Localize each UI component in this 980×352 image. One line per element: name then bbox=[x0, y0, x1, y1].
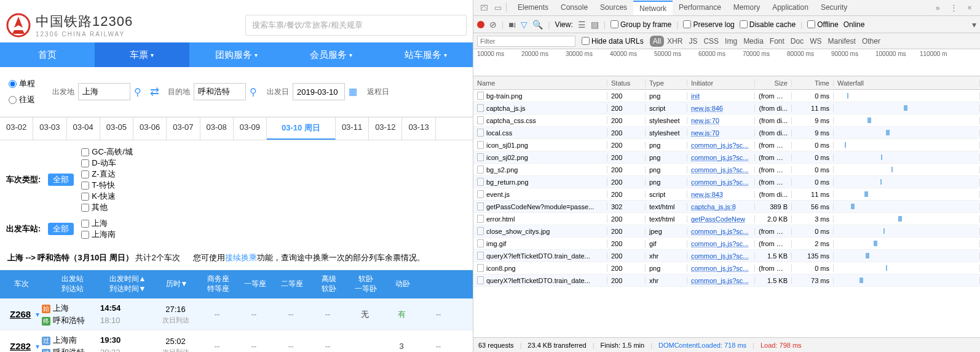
location-pin-icon[interactable]: ⚲ bbox=[250, 86, 257, 98]
device-icon[interactable]: ▭ bbox=[493, 3, 507, 12]
train-type-checkbox[interactable]: 其他 bbox=[81, 202, 132, 213]
net-column-header[interactable]: Time bbox=[792, 79, 834, 87]
network-request-row[interactable]: icon8.png 200 png common_js.js?sc... (fr… bbox=[473, 262, 980, 274]
station-checkbox[interactable]: 上海南 bbox=[81, 229, 116, 240]
train-type-checkbox[interactable]: Z-直达 bbox=[81, 169, 132, 180]
network-request-row[interactable]: bg_return.png 200 png common_js.js?sc...… bbox=[473, 176, 980, 188]
net-column-header[interactable]: Name bbox=[473, 79, 607, 87]
date-tab[interactable]: 03-10 周日 bbox=[267, 118, 336, 140]
more-tabs-icon[interactable]: » bbox=[931, 3, 944, 12]
hide-data-urls-checkbox[interactable]: Hide data URLs bbox=[582, 37, 644, 46]
location-pin-icon[interactable]: ⚲ bbox=[134, 86, 141, 98]
train-code[interactable]: Z268 bbox=[0, 309, 36, 319]
online-select[interactable]: Online bbox=[844, 20, 865, 29]
filter-funnel-icon[interactable]: ▽ bbox=[521, 20, 528, 30]
date-tab[interactable]: 03-08 bbox=[200, 118, 234, 140]
column-header[interactable]: 商务座特等座 bbox=[200, 274, 237, 294]
date-tab[interactable]: 03-13 bbox=[402, 118, 435, 140]
preserve-log-checkbox[interactable]: Preserve log bbox=[683, 20, 734, 29]
offline-checkbox[interactable]: Offline bbox=[807, 20, 838, 29]
date-tab[interactable]: 03-12 bbox=[369, 118, 402, 140]
swap-icon[interactable]: ⇄ bbox=[150, 85, 159, 98]
site-search-input[interactable]: 搜索车票/餐饮/常旅客/相关规章 bbox=[245, 15, 467, 36]
net-column-header[interactable]: Type bbox=[646, 79, 687, 87]
network-request-row[interactable]: event.js 200 script new.js:843 (from di.… bbox=[473, 188, 980, 201]
column-header[interactable]: 历时▼ bbox=[154, 279, 200, 289]
calendar-icon[interactable]: ▦ bbox=[349, 86, 357, 97]
resource-type-filter[interactable]: CSS bbox=[700, 36, 722, 47]
date-tab[interactable]: 03-04 bbox=[67, 118, 100, 140]
date-tab[interactable]: 03-03 bbox=[33, 118, 66, 140]
nav-station[interactable]: 站车服务▾ bbox=[378, 42, 473, 67]
net-column-header[interactable]: Size bbox=[755, 79, 792, 87]
resource-type-filter[interactable]: WS bbox=[807, 36, 824, 47]
resource-type-filter[interactable]: Font bbox=[767, 36, 788, 47]
resource-type-filter[interactable]: Img bbox=[722, 36, 740, 47]
filter-all-chip[interactable]: 全部 bbox=[48, 223, 74, 235]
from-input[interactable] bbox=[78, 83, 130, 100]
net-column-header[interactable]: Waterfall bbox=[834, 79, 980, 87]
devtools-tab-performance[interactable]: Performance bbox=[673, 1, 727, 15]
network-request-row[interactable]: error.html 200 text/html getPassCodeNew … bbox=[473, 213, 980, 225]
group-by-frame-checkbox[interactable]: Group by frame bbox=[611, 20, 671, 29]
network-request-row[interactable]: img.gif 200 gif common_js.js?sc... (from… bbox=[473, 238, 980, 250]
column-header[interactable]: 高级软卧 bbox=[310, 274, 347, 294]
train-type-checkbox[interactable]: D-动车 bbox=[81, 158, 132, 169]
column-header[interactable]: 车次 bbox=[0, 279, 43, 289]
network-request-row[interactable]: queryX?leftTicketDTO.train_date... 200 x… bbox=[473, 250, 980, 262]
network-request-row[interactable]: bg-train.png 200 png init (from m... 0 m… bbox=[473, 90, 980, 102]
devtools-tab-security[interactable]: Security bbox=[815, 1, 853, 15]
column-header[interactable]: 出发站到达站 bbox=[43, 274, 101, 294]
nav-home[interactable]: 首页 bbox=[0, 42, 95, 67]
network-request-row[interactable]: captcha_js.js 200 script new.js:846 (fro… bbox=[473, 102, 980, 114]
devtools-tab-console[interactable]: Console bbox=[555, 1, 594, 15]
date-tab[interactable]: 03-02 bbox=[0, 118, 33, 140]
network-request-row[interactable]: icon_sj02.png 200 png common_js.js?sc...… bbox=[473, 151, 980, 164]
record-button[interactable] bbox=[477, 21, 484, 28]
view-large-icon[interactable]: ▤ bbox=[591, 20, 599, 30]
net-column-header[interactable]: Initiator bbox=[687, 79, 755, 87]
inspect-icon[interactable]: ⮹ bbox=[477, 3, 491, 12]
network-request-row[interactable]: captcha_css.css 200 stylesheet new.js:70… bbox=[473, 114, 980, 127]
resource-type-filter[interactable]: XHR bbox=[664, 36, 686, 47]
filter-input[interactable] bbox=[477, 36, 575, 47]
resource-type-filter[interactable]: Doc bbox=[788, 36, 807, 47]
train-type-checkbox[interactable]: T-特快 bbox=[81, 180, 132, 191]
network-request-row[interactable]: local.css 200 stylesheet new.js:70 (from… bbox=[473, 127, 980, 139]
nav-group[interactable]: 团购服务▾ bbox=[189, 42, 284, 67]
train-type-checkbox[interactable]: GC-高铁/城 bbox=[81, 146, 132, 158]
nav-tickets[interactable]: 车票▾ bbox=[95, 42, 189, 67]
expand-icon[interactable]: ▾ bbox=[36, 342, 42, 351]
column-header[interactable]: 出发时间▲到达时间▼ bbox=[101, 274, 154, 294]
column-header[interactable]: 一等座 bbox=[237, 279, 274, 289]
disable-cache-checkbox[interactable]: Disable cache bbox=[740, 20, 796, 29]
date-tab[interactable]: 03-11 bbox=[336, 118, 369, 140]
network-request-row[interactable]: getPassCodeNew?module=passe... 302 text/… bbox=[473, 201, 980, 213]
date-tab[interactable]: 03-07 bbox=[167, 118, 200, 140]
transfer-link[interactable]: 接续换乘 bbox=[225, 253, 257, 262]
network-request-row[interactable]: icon_sj01.png 200 png common_js.js?sc...… bbox=[473, 139, 980, 151]
to-input[interactable] bbox=[194, 83, 246, 100]
expand-icon[interactable]: ▾ bbox=[36, 310, 42, 319]
devtools-tab-elements[interactable]: Elements bbox=[512, 1, 555, 15]
devtools-tab-memory[interactable]: Memory bbox=[727, 1, 766, 15]
resource-type-filter[interactable]: JS bbox=[686, 36, 700, 47]
view-list-icon[interactable]: ☰ bbox=[578, 20, 586, 30]
net-column-header[interactable]: Status bbox=[607, 79, 646, 87]
trip-oneway-radio[interactable]: 单程 bbox=[9, 78, 35, 89]
column-header[interactable]: 二等座 bbox=[274, 279, 310, 289]
timeline-overview[interactable]: 10000 ms20000 ms30000 ms40000 ms50000 ms… bbox=[473, 49, 980, 76]
train-code[interactable]: Z282 bbox=[0, 341, 36, 351]
column-header[interactable]: 动卧 bbox=[384, 279, 421, 289]
devtools-tab-sources[interactable]: Sources bbox=[594, 1, 633, 15]
close-icon[interactable]: × bbox=[963, 3, 976, 12]
nav-member[interactable]: 会员服务▾ bbox=[283, 42, 378, 67]
trip-round-radio[interactable]: 往返 bbox=[9, 94, 35, 105]
date-tab[interactable]: 03-06 bbox=[133, 118, 167, 140]
search-icon[interactable]: 🔍 bbox=[532, 20, 543, 30]
column-header[interactable]: 软卧一等卧 bbox=[347, 274, 384, 294]
filter-all-chip[interactable]: 全部 bbox=[48, 174, 74, 186]
station-checkbox[interactable]: 上海 bbox=[81, 218, 116, 229]
network-request-row[interactable]: bg_s2.png 200 png common_js.js?sc... (fr… bbox=[473, 164, 980, 176]
resource-type-filter[interactable]: Other bbox=[859, 36, 883, 47]
